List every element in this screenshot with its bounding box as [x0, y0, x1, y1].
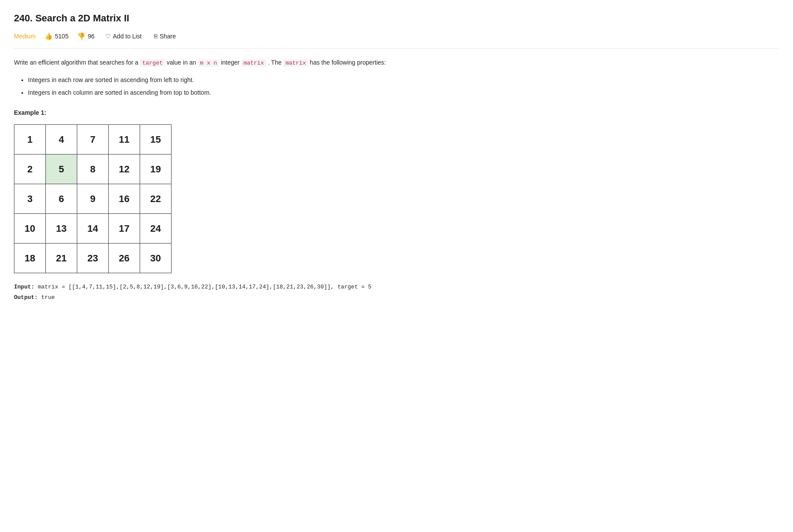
description-paragraph: Write an efficient algorithm that search… — [14, 58, 779, 68]
matrix-row-3: 10 13 14 17 24 — [14, 214, 172, 244]
output-label: Output: — [14, 294, 38, 301]
desc-intro: Write an efficient algorithm that search… — [14, 59, 138, 66]
share-label: Share — [160, 33, 176, 40]
cell-4-3: 26 — [109, 244, 140, 273]
cell-0-0: 1 — [14, 125, 46, 154]
input-value-text: matrix = [[1,4,7,11,15],[2,5,8,12,19],[3… — [38, 284, 372, 290]
cell-0-2: 7 — [77, 125, 109, 154]
desc-properties: has the following properties: — [310, 59, 386, 66]
cell-3-2: 14 — [77, 214, 109, 244]
desc-integer: integer — [221, 59, 241, 66]
downvote-item: 👎 96 — [77, 31, 95, 41]
thumbs-up-icon: 👍 — [45, 31, 53, 41]
downvote-count: 96 — [88, 31, 95, 41]
bullet-item-1: Integers in each row are sorted in ascen… — [28, 75, 779, 85]
input-label: Input: — [14, 284, 34, 290]
cell-4-4: 30 — [140, 244, 172, 273]
add-to-list-button[interactable]: ♡ Add to List — [103, 32, 144, 41]
bullet-item-2: Integers in each column are sorted in as… — [28, 88, 779, 97]
matrix-table: 1 4 7 11 15 2 5 8 12 19 3 6 9 16 22 10 — [14, 124, 172, 273]
example1-title: Example 1: — [14, 108, 779, 117]
share-button[interactable]: ⎘ Share — [152, 32, 178, 41]
matrix-row-0: 1 4 7 11 15 — [14, 125, 172, 154]
example1-code-block: Input: matrix = [[1,4,7,11,15],[2,5,8,12… — [14, 282, 779, 302]
cell-4-0: 18 — [14, 244, 46, 273]
target-code: target — [140, 59, 165, 67]
output-line: Output: true — [14, 292, 779, 302]
heart-icon: ♡ — [105, 33, 111, 40]
cell-3-3: 17 — [109, 214, 140, 244]
cell-2-0: 3 — [14, 184, 46, 214]
cell-3-1: 13 — [46, 214, 77, 244]
cell-4-1: 21 — [46, 244, 77, 273]
upvote-item: 👍 5105 — [45, 31, 69, 41]
properties-list: Integers in each row are sorted in ascen… — [14, 75, 779, 97]
matrix-code-1: matrix — [241, 59, 266, 67]
cell-2-2: 9 — [77, 184, 109, 214]
difficulty-badge: Medium — [14, 31, 36, 41]
cell-0-1: 4 — [46, 125, 77, 154]
cell-1-1-highlighted: 5 — [46, 154, 77, 184]
mn-code: m x n — [198, 59, 219, 67]
output-value-text: true — [41, 294, 55, 301]
example1-section: Example 1: 1 4 7 11 15 2 5 8 12 19 3 6 9… — [14, 108, 779, 302]
cell-1-2: 8 — [77, 154, 109, 184]
problem-title: 240. Search a 2D Matrix II — [14, 10, 779, 26]
cell-0-3: 11 — [109, 125, 140, 154]
cell-2-4: 22 — [140, 184, 172, 214]
cell-1-3: 12 — [109, 154, 140, 184]
cell-4-2: 23 — [77, 244, 109, 273]
cell-1-4: 19 — [140, 154, 172, 184]
desc-middle: value in an — [167, 59, 198, 66]
share-icon: ⎘ — [154, 33, 158, 40]
cell-1-0: 2 — [14, 154, 46, 184]
upvote-count: 5105 — [55, 31, 69, 41]
matrix-row-1: 2 5 8 12 19 — [14, 154, 172, 184]
cell-0-4: 15 — [140, 125, 172, 154]
matrix-code-2: matrix — [283, 59, 308, 67]
cell-2-3: 16 — [109, 184, 140, 214]
cell-3-0: 10 — [14, 214, 46, 244]
add-to-list-label: Add to List — [113, 33, 142, 40]
cell-2-1: 6 — [46, 184, 77, 214]
desc-end: . The — [268, 59, 284, 66]
cell-3-4: 24 — [140, 214, 172, 244]
matrix-row-4: 18 21 23 26 30 — [14, 244, 172, 273]
thumbs-down-icon: 👎 — [77, 31, 86, 41]
meta-row: Medium 👍 5105 👎 96 ♡ Add to List ⎘ Share — [14, 31, 779, 49]
matrix-row-2: 3 6 9 16 22 — [14, 184, 172, 214]
input-line: Input: matrix = [[1,4,7,11,15],[2,5,8,12… — [14, 282, 779, 292]
